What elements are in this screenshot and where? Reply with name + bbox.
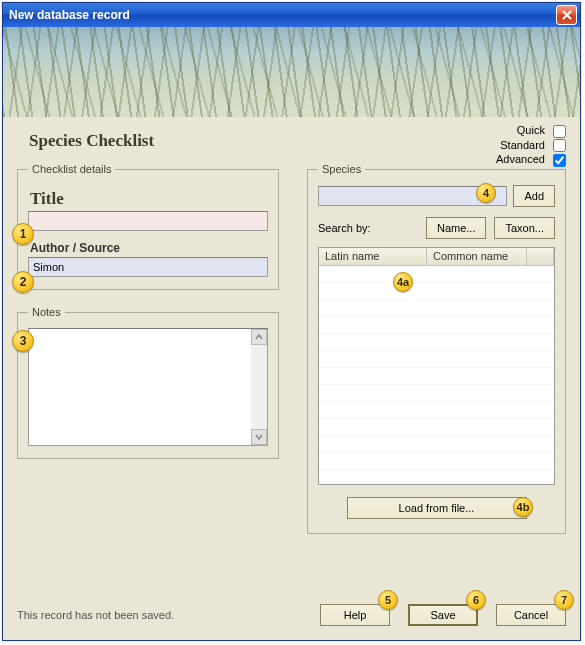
help-button[interactable]: Help — [320, 604, 390, 626]
scroll-up-button[interactable] — [251, 329, 267, 345]
mode-quick-checkbox[interactable] — [553, 125, 566, 138]
close-icon — [562, 10, 572, 20]
grid-body[interactable] — [319, 266, 554, 484]
search-name-button[interactable]: Name... — [426, 217, 487, 239]
search-by-label: Search by: — [318, 222, 418, 234]
mode-standard[interactable]: Standard — [496, 138, 566, 153]
close-button[interactable] — [556, 5, 577, 25]
banner-image — [3, 27, 580, 117]
notes-textarea[interactable] — [28, 328, 268, 446]
load-from-file-button[interactable]: Load from file... — [347, 497, 527, 519]
chevron-down-icon — [255, 433, 263, 441]
titlebar[interactable]: New database record — [3, 3, 580, 27]
cancel-button[interactable]: Cancel — [496, 604, 566, 626]
mode-quick[interactable]: Quick — [496, 123, 566, 138]
mode-standard-checkbox[interactable] — [553, 139, 566, 152]
species-grid[interactable]: Latin name Common name 4a — [318, 247, 555, 485]
notes-legend: Notes — [28, 306, 65, 318]
checklist-details-group: Checklist details Title 1 Author / Sourc… — [17, 163, 279, 290]
search-taxon-button[interactable]: Taxon... — [494, 217, 555, 239]
mode-switcher: Quick Standard Advanced — [496, 123, 566, 167]
grid-header: Latin name Common name — [319, 248, 554, 266]
species-input[interactable] — [318, 186, 507, 206]
bottom-bar: This record has not been saved. Help 5 S… — [17, 604, 566, 626]
add-button[interactable]: Add — [513, 185, 555, 207]
col-common-name[interactable]: Common name — [427, 248, 527, 265]
species-legend: Species — [318, 163, 365, 175]
scroll-down-button[interactable] — [251, 429, 267, 445]
page-title: Species Checklist — [17, 125, 566, 163]
checklist-legend: Checklist details — [28, 163, 115, 175]
save-button[interactable]: Save — [408, 604, 478, 626]
species-group: Species 4 Add Search by: Name... Taxon..… — [307, 163, 566, 534]
status-text: This record has not been saved. — [17, 609, 302, 621]
chevron-up-icon — [255, 333, 263, 341]
content-area: Quick Standard Advanced Species Checklis… — [3, 117, 580, 640]
col-spacer — [527, 248, 554, 265]
author-input[interactable] — [28, 257, 268, 277]
window: New database record Quick Standard Advan… — [2, 2, 581, 641]
author-label: Author / Source — [30, 241, 268, 255]
col-latin-name[interactable]: Latin name — [319, 248, 427, 265]
title-label: Title — [30, 189, 268, 209]
notes-group: Notes 3 — [17, 306, 279, 459]
notes-scrollbar[interactable] — [251, 329, 267, 445]
title-input[interactable] — [28, 211, 268, 231]
window-title: New database record — [9, 8, 556, 22]
